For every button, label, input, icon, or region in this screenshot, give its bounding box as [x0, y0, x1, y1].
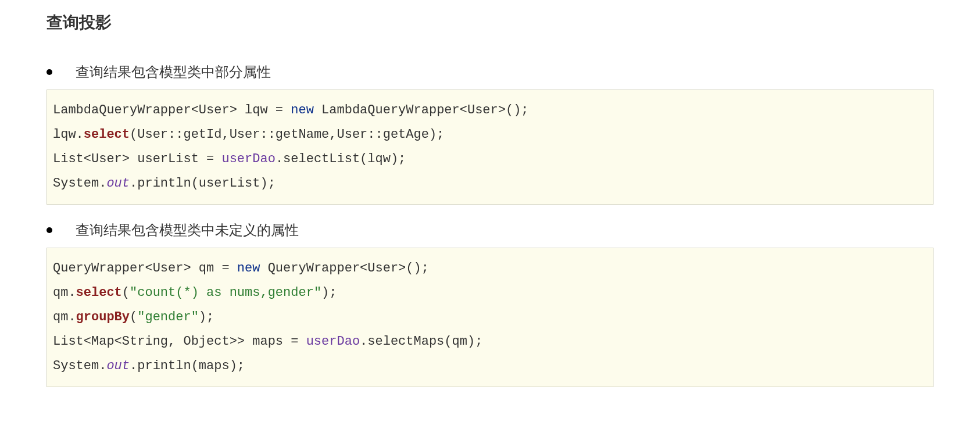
code-string: "count(*) as nums,gender" [130, 285, 321, 300]
code-text: .selectList(lqw); [276, 152, 406, 166]
code-text: ( [130, 310, 137, 324]
code-text: (User::getId,User::getName,User::getAge)… [130, 127, 444, 142]
code-text: System. [53, 176, 106, 191]
code-method: select [76, 285, 122, 300]
code-keyword: new [237, 261, 260, 276]
code-text: ( [122, 285, 130, 300]
code-text: System. [53, 359, 106, 373]
code-string: "gender" [137, 310, 199, 324]
code-block-1: LambdaQueryWrapper<User> lqw = new Lambd… [47, 90, 933, 205]
bullet-item: 查询结果包含模型类中未定义的属性 [47, 221, 933, 239]
code-text: List<Map<String, Object>> maps = [53, 334, 306, 349]
code-text: ); [321, 285, 337, 300]
code-text: qm. [53, 310, 76, 324]
code-text: .println(userList); [130, 176, 276, 191]
code-variable: userDao [221, 152, 275, 166]
code-text: QueryWrapper<User> qm = [53, 261, 237, 276]
code-text: LambdaQueryWrapper<User> lqw = [53, 103, 291, 117]
code-text: ); [199, 310, 214, 324]
code-method: groupBy [76, 310, 130, 324]
code-text: lqw. [53, 127, 84, 142]
bullet-icon [47, 69, 52, 75]
code-text: qm. [53, 285, 76, 300]
code-method: select [84, 127, 130, 142]
code-variable: userDao [306, 334, 360, 349]
code-text: QueryWrapper<User>(); [260, 261, 428, 276]
code-field: out [106, 176, 130, 191]
code-text: .println(maps); [130, 359, 245, 373]
bullet-icon [47, 227, 52, 233]
code-block-2: QueryWrapper<User> qm = new QueryWrapper… [47, 248, 933, 387]
code-text: .selectMaps(qm); [360, 334, 482, 349]
bullet-text: 查询结果包含模型类中部分属性 [76, 63, 271, 81]
code-text: List<User> userList = [53, 152, 221, 166]
code-field: out [106, 359, 130, 373]
code-text: LambdaQueryWrapper<User>(); [314, 103, 529, 117]
bullet-text: 查询结果包含模型类中未定义的属性 [76, 221, 299, 239]
code-keyword: new [291, 103, 314, 117]
section-heading: 查询投影 [47, 12, 933, 34]
bullet-item: 查询结果包含模型类中部分属性 [47, 63, 933, 81]
